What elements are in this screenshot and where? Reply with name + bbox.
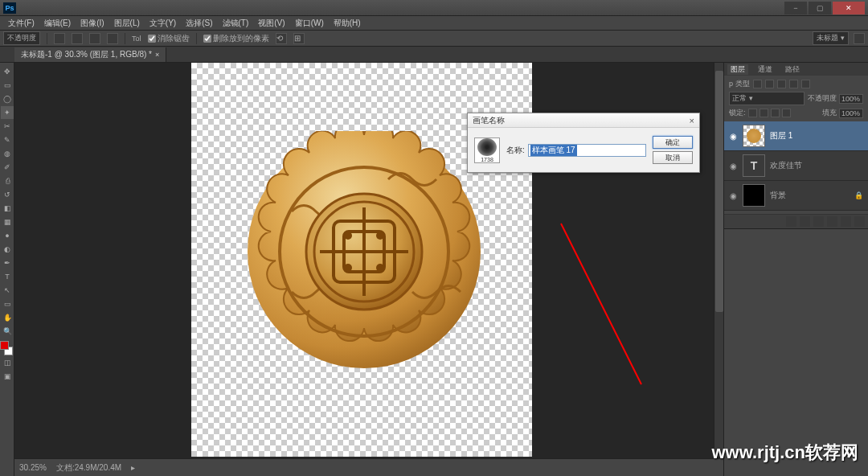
- filter-smart-icon[interactable]: [801, 80, 810, 88]
- menu-filter[interactable]: 滤镜(T): [218, 18, 254, 29]
- document-tab[interactable]: 未标题-1 @ 30.3% (图层 1, RGB/8) * ×: [14, 47, 166, 62]
- menu-file[interactable]: 文件(F): [3, 18, 39, 29]
- dialog-close-button[interactable]: ×: [690, 116, 694, 125]
- blend-mode-dropdown[interactable]: 正常 ▾: [729, 92, 805, 105]
- brush-tool[interactable]: ✐: [1, 161, 14, 174]
- layer-row[interactable]: ◉ 图层 1: [724, 121, 868, 151]
- opt-icon-4[interactable]: [107, 33, 118, 44]
- eyedropper-tool[interactable]: ✎: [1, 133, 14, 146]
- lock-pixels-icon[interactable]: [760, 109, 768, 117]
- lock-all-icon[interactable]: [782, 109, 791, 117]
- menu-type[interactable]: 文字(Y): [145, 18, 181, 29]
- layer-name[interactable]: 背景: [770, 190, 786, 201]
- marquee-tool[interactable]: ▭: [1, 79, 14, 92]
- close-app-button[interactable]: ✕: [833, 2, 865, 14]
- lock-transparent-icon[interactable]: [748, 109, 757, 117]
- layer-visibility-icon[interactable]: ◉: [729, 191, 738, 200]
- anti-alias-label: 消除锯齿: [158, 33, 190, 44]
- svg-line-12: [561, 224, 641, 384]
- fill-label: 填充: [822, 108, 837, 118]
- adjustment-icon[interactable]: [813, 216, 824, 227]
- menu-window[interactable]: 窗口(W): [290, 18, 329, 29]
- pen-tool[interactable]: ✒: [1, 256, 14, 269]
- opt-icon-2[interactable]: [72, 33, 83, 44]
- zoom-tool[interactable]: 🔍: [1, 325, 14, 338]
- mask-icon[interactable]: [800, 216, 810, 227]
- magic-wand-tool[interactable]: ✦: [1, 106, 14, 119]
- hand-tool[interactable]: ✋: [1, 311, 14, 324]
- menu-view[interactable]: 视图(V): [253, 18, 289, 29]
- opt-zoom-icon[interactable]: ⊞: [293, 33, 305, 44]
- new-layer-icon[interactable]: [841, 216, 851, 227]
- type-tool[interactable]: T: [1, 270, 14, 283]
- gradient-tool[interactable]: ▦: [1, 215, 14, 228]
- layer-thumbnail[interactable]: [743, 184, 765, 207]
- refine-checkbox[interactable]: [203, 35, 211, 43]
- eraser-tool[interactable]: ◧: [1, 202, 14, 215]
- layer-row[interactable]: ◉ 背景 🔒: [724, 181, 868, 211]
- workspace-dropdown[interactable]: 未标题 ▾: [813, 31, 849, 45]
- filter-adjust-icon[interactable]: [765, 80, 774, 88]
- lock-position-icon[interactable]: [771, 109, 780, 117]
- anti-alias-checkbox[interactable]: [148, 35, 156, 43]
- fx-icon[interactable]: [786, 216, 796, 227]
- tab-channels[interactable]: 通道: [755, 64, 776, 75]
- opt-icon-3[interactable]: [89, 33, 100, 44]
- status-arrow-icon[interactable]: ▸: [131, 463, 135, 472]
- tool-preset-dropdown[interactable]: 不透明度: [3, 31, 40, 45]
- screenmode-tool[interactable]: ▣: [1, 370, 14, 383]
- ok-button[interactable]: 确定: [653, 136, 693, 149]
- shape-tool[interactable]: ▭: [1, 298, 14, 310]
- healing-tool[interactable]: ◍: [1, 147, 14, 160]
- document-tab-close[interactable]: ×: [155, 51, 159, 59]
- minimize-button[interactable]: −: [784, 2, 807, 14]
- layer-name[interactable]: 图层 1: [770, 130, 792, 142]
- vertical-scrollbar[interactable]: [714, 63, 723, 457]
- layer-thumbnail[interactable]: T: [743, 154, 765, 177]
- layer-visibility-icon[interactable]: ◉: [729, 132, 738, 141]
- dodge-tool[interactable]: ◐: [1, 243, 14, 256]
- scroll-thumb[interactable]: [715, 71, 723, 312]
- title-bar: Ps − ▢ ✕: [0, 0, 868, 16]
- opt-scrub-icon[interactable]: ⟲: [276, 33, 287, 44]
- brush-name-input[interactable]: 样本画笔 17: [528, 144, 646, 157]
- menu-edit[interactable]: 编辑(E): [39, 18, 76, 29]
- filter-shape-icon[interactable]: [789, 80, 798, 88]
- fill-input[interactable]: [839, 109, 863, 118]
- history-brush-tool[interactable]: ↺: [1, 188, 14, 201]
- menu-help[interactable]: 帮助(H): [329, 18, 366, 29]
- crop-tool[interactable]: ✂: [1, 120, 14, 133]
- layer-visibility-icon[interactable]: ◉: [729, 162, 738, 170]
- tab-layers[interactable]: 图层: [727, 64, 748, 75]
- opacity-input[interactable]: [839, 94, 863, 104]
- group-icon[interactable]: [827, 216, 837, 227]
- tab-paths[interactable]: 路径: [782, 64, 803, 75]
- color-swatches[interactable]: [0, 341, 13, 355]
- layer-thumbnail[interactable]: [743, 125, 765, 147]
- canvas-status-bar: 30.25% 文档:24.9M/20.4M ▸: [14, 458, 723, 476]
- layer-row[interactable]: ◉ T 欢度佳节: [724, 151, 868, 181]
- cancel-button[interactable]: 取消: [653, 151, 693, 164]
- refine-label: 删除放到的像素: [213, 33, 269, 44]
- foreground-color[interactable]: [0, 341, 9, 350]
- dialog-titlebar[interactable]: 画笔名称 ×: [468, 113, 699, 128]
- search-icon[interactable]: [854, 33, 865, 44]
- filter-type-icon[interactable]: [777, 80, 786, 88]
- path-tool[interactable]: ↖: [1, 284, 14, 297]
- quickmask-tool[interactable]: ◫: [1, 356, 14, 369]
- zoom-level[interactable]: 30.25%: [19, 463, 47, 472]
- filter-image-icon[interactable]: [753, 80, 762, 88]
- stamp-tool[interactable]: ⎙: [1, 174, 14, 187]
- menu-image[interactable]: 图像(I): [76, 18, 108, 29]
- document-tabs: 未标题-1 @ 30.3% (图层 1, RGB/8) * ×: [0, 47, 868, 63]
- dialog-title-text: 画笔名称: [473, 115, 505, 126]
- layer-name[interactable]: 欢度佳节: [770, 160, 802, 171]
- opt-icon-1[interactable]: [54, 33, 65, 44]
- lasso-tool[interactable]: ◯: [1, 92, 14, 105]
- maximize-button[interactable]: ▢: [809, 2, 831, 14]
- menu-layer[interactable]: 图层(L): [109, 18, 145, 29]
- menu-select[interactable]: 选择(S): [181, 18, 217, 29]
- move-tool[interactable]: ✥: [1, 65, 14, 78]
- blur-tool[interactable]: ●: [1, 229, 14, 242]
- delete-layer-icon[interactable]: [854, 216, 865, 227]
